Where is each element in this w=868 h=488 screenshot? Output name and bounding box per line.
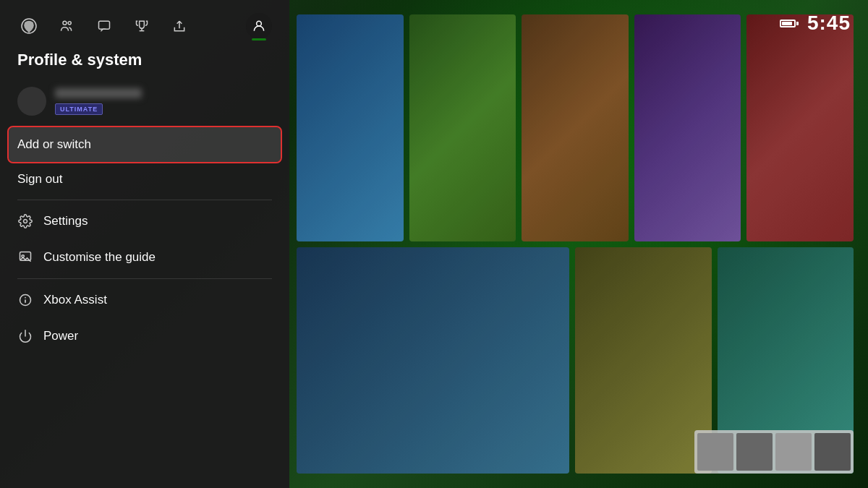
people-icon[interactable] [55,14,78,38]
sign-out-label: Sign out [17,172,62,187]
ultimate-badge: ULTIMATE [55,103,103,115]
customise-guide-label: Customise the guide [43,250,156,265]
game-tile[interactable] [634,14,741,241]
svg-point-1 [63,21,67,25]
mini-tile [814,433,851,471]
battery-fill [782,22,792,25]
game-tile[interactable] [297,14,404,241]
settings-menu-item[interactable]: Settings [9,203,281,239]
settings-icon [17,213,33,229]
svg-point-6 [257,21,262,26]
page-title: Profile & system [0,45,289,81]
nav-icons-bar [0,0,289,45]
game-tile[interactable] [409,14,516,241]
xbox-assist-menu-item[interactable]: Xbox Assist [9,282,281,318]
power-menu-item[interactable]: Power [9,318,281,354]
tiles-row-top [297,14,854,241]
mini-tile [736,433,773,471]
svg-rect-3 [99,21,110,29]
sidebar: Profile & system ULTIMATE Add or switch … [0,0,289,488]
chat-icon[interactable] [93,14,116,38]
svg-point-7 [24,220,27,223]
status-bar: 5:45 [780,12,851,35]
power-icon [17,328,33,344]
divider-1 [17,200,272,200]
trophy-icon[interactable] [130,14,153,38]
game-tile[interactable] [522,14,629,241]
add-switch-menu-item[interactable]: Add or switch [9,127,281,162]
menu-section: Add or switch Sign out Settings [0,127,289,354]
game-tile[interactable] [746,14,854,241]
xbox-assist-icon [17,292,33,308]
clock: 5:45 [807,12,851,35]
avatar [17,87,46,116]
avatar-icon[interactable] [246,13,272,39]
bottom-right-panel [694,430,854,474]
xbox-logo-icon[interactable] [17,14,41,38]
profile-section[interactable]: ULTIMATE [0,81,289,121]
sign-out-menu-item[interactable]: Sign out [9,162,281,197]
battery-body [780,20,796,27]
share-icon[interactable] [168,14,191,38]
mini-tile [697,433,733,471]
xbox-assist-label: Xbox Assist [43,293,107,307]
profile-name-blurred [55,88,142,98]
game-tile[interactable] [575,247,712,474]
game-tile[interactable] [297,247,569,474]
profile-info: ULTIMATE [55,88,272,115]
svg-point-2 [68,22,71,25]
customise-guide-menu-item[interactable]: Customise the guide [9,239,281,275]
mini-tile [775,433,812,471]
customise-icon [17,249,33,265]
add-switch-label: Add or switch [17,137,91,152]
game-tiles-area [289,0,868,488]
power-label: Power [43,329,78,343]
battery-tip [796,22,799,25]
settings-label: Settings [43,214,88,228]
battery-icon [780,20,799,27]
divider-2 [17,278,272,279]
avatar-active-indicator [252,38,266,40]
